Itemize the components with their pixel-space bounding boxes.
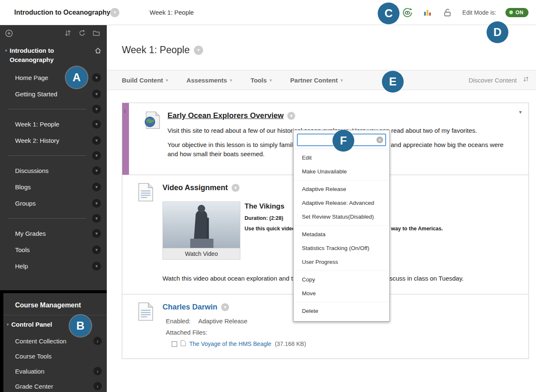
sidebar-item-grade-center[interactable]: Grade Center ›: [3, 379, 107, 392]
chevron-down-icon[interactable]: ▾: [92, 245, 101, 254]
menu-item-copy[interactable]: Copy: [294, 273, 389, 286]
sidebar-item-evaluation[interactable]: Evaluation ›: [3, 364, 107, 379]
menu-group: Copy Move: [294, 271, 389, 302]
document-icon: [137, 302, 157, 323]
menu-item-user-progress[interactable]: User Progress: [294, 255, 389, 269]
menu-item-move[interactable]: Move: [294, 286, 389, 300]
divider-line: [8, 218, 86, 219]
item-options-context-menu: ✕ Edit Make Unavailable Adaptive Release…: [293, 130, 390, 322]
discover-content-link[interactable]: Discover Content: [469, 77, 517, 84]
clear-search-icon[interactable]: ✕: [376, 137, 383, 143]
sidebar-item-getting-started[interactable]: Getting Started ▾: [0, 86, 107, 102]
video-thumbnail: Watch Video: [162, 201, 240, 260]
top-bar: Introduction to Oceanography ▾ Week 1: P…: [0, 0, 536, 25]
menu-item-delete[interactable]: Delete: [294, 304, 389, 318]
chevron-down-icon: ▾: [340, 78, 343, 83]
sidebar-item-tools[interactable]: Tools ▾: [0, 242, 107, 258]
menu-item-edit[interactable]: Edit: [294, 151, 389, 165]
sidebar-item-week-1-people[interactable]: Week 1: People ▾: [0, 116, 107, 132]
chevron-down-icon[interactable]: ▾: [232, 184, 240, 192]
control-panel-header[interactable]: ▾ Control Panel: [3, 315, 107, 333]
folder-view-icon[interactable]: [93, 28, 102, 38]
menu-item-adaptive-release[interactable]: Adaptive Release: [294, 182, 389, 196]
tools-button[interactable]: Tools ▾: [250, 77, 272, 84]
item-title-link[interactable]: Early Ocean Explorers Overview: [168, 111, 283, 120]
attached-file-link[interactable]: The Voyage of the HMS Beagle: [189, 340, 271, 347]
chevron-down-icon[interactable]: ▾: [92, 166, 101, 175]
chevron-right-icon[interactable]: ›: [93, 337, 102, 345]
sidebar-item-course-tools[interactable]: Course Tools: [3, 348, 107, 364]
sidebar-item-help[interactable]: Help ▾: [0, 258, 107, 274]
edit-mode-value: ON: [515, 10, 523, 15]
sidebar-divider: ▾: [0, 102, 107, 116]
home-icon[interactable]: [94, 47, 102, 56]
add-menu-item-icon[interactable]: [5, 28, 14, 38]
chevron-down-icon[interactable]: ▾: [92, 183, 101, 191]
menu-group: Edit Make Unavailable: [294, 149, 389, 180]
drag-handle-icon[interactable]: ↕: [124, 108, 126, 114]
course-management-panel: Course Management ▾ Control Panel Conten…: [0, 293, 107, 392]
chevron-down-icon[interactable]: ▾: [92, 199, 101, 208]
chevron-down-icon: ▾: [230, 78, 232, 83]
sidebar-item-label: Evaluation: [15, 368, 93, 375]
chevron-right-icon[interactable]: ›: [93, 382, 102, 390]
menu-group: Adaptive Release Adaptive Release: Advan…: [294, 180, 389, 225]
build-content-button[interactable]: Build Content ▾: [122, 77, 168, 84]
refresh-icon[interactable]: [78, 28, 88, 38]
sort-order-icon[interactable]: [523, 76, 529, 84]
menu-item-adaptive-release-advanced[interactable]: Adaptive Release: Advanced: [294, 196, 389, 210]
chevron-down-icon[interactable]: ▾: [287, 112, 295, 120]
enabled-value: Adaptive Release: [198, 317, 247, 325]
attached-file-row: The Voyage of the HMS Beagle (37.168 KB): [172, 340, 519, 348]
assessments-button[interactable]: Assessments ▾: [186, 77, 232, 84]
chevron-down-icon[interactable]: ▾: [221, 303, 229, 311]
chevron-down-icon[interactable]: ▾: [92, 136, 101, 145]
menu-item-metadata[interactable]: Metadata: [294, 227, 389, 241]
sidebar-item-groups[interactable]: Groups ▾: [0, 195, 107, 211]
partner-content-button[interactable]: Partner Content ▾: [290, 77, 343, 84]
unlocked-padlock-icon[interactable]: [442, 7, 453, 18]
enabled-label: Enabled:: [166, 317, 191, 325]
annotation-badge-a: A: [66, 67, 88, 88]
chevron-down-icon[interactable]: ▾: [92, 262, 101, 271]
file-checkbox[interactable]: [172, 341, 177, 347]
collapse-icon[interactable]: ▾: [519, 109, 522, 115]
sidebar-item-content-collection[interactable]: Content Collection ›: [3, 333, 107, 348]
chevron-down-icon[interactable]: ▾: [92, 229, 101, 238]
student-preview-icon[interactable]: [402, 7, 413, 18]
chevron-down-icon[interactable]: ▾: [92, 73, 101, 82]
collapse-triangle-icon[interactable]: ▾: [7, 322, 9, 327]
divider-line: [8, 109, 86, 109]
item-title-link[interactable]: Charles Darwin: [162, 303, 217, 312]
attached-file-size: (37.168 KB): [275, 340, 306, 347]
chevron-down-icon[interactable]: ▾: [92, 90, 101, 98]
statue-image: [163, 202, 240, 248]
sidebar-item-blogs[interactable]: Blogs ▾: [0, 179, 107, 195]
chevron-right-icon[interactable]: ›: [93, 367, 102, 375]
sidebar-item-home-page[interactable]: Home Page ▾: [0, 70, 107, 86]
menu-item-set-review-status[interactable]: Set Review Status(Disabled): [294, 210, 389, 224]
tools-label: Tools: [250, 77, 267, 84]
collapse-triangle-icon[interactable]: ▾: [5, 48, 7, 53]
sidebar-item-week-2-history[interactable]: Week 2: History ▾: [0, 132, 107, 149]
course-management-title: Course Management: [3, 293, 107, 315]
edit-mode-toggle[interactable]: ON: [505, 8, 528, 17]
sidebar-item-label: Tools: [15, 246, 92, 253]
partner-content-label: Partner Content: [290, 77, 338, 84]
menu-group: Delete: [294, 302, 389, 320]
chevron-down-icon[interactable]: ▾: [92, 120, 101, 129]
chevron-down-icon[interactable]: ▾: [92, 151, 101, 160]
page-title-text: Week 1: People: [122, 44, 190, 56]
theme-palette-icon[interactable]: [422, 7, 433, 18]
sidebar-item-discussions[interactable]: Discussions ▾: [0, 162, 107, 179]
chevron-down-icon[interactable]: ▾: [92, 214, 101, 223]
chevron-down-icon[interactable]: ▾: [110, 8, 119, 17]
watch-video-button[interactable]: Watch Video: [163, 248, 240, 259]
chevron-down-icon[interactable]: ▾: [194, 46, 203, 55]
reorder-icon[interactable]: [64, 28, 73, 38]
menu-item-make-unavailable[interactable]: Make Unavailable: [294, 165, 389, 178]
menu-item-statistics-tracking[interactable]: Statistics Tracking (On/Off): [294, 241, 389, 255]
chevron-down-icon[interactable]: ▾: [92, 105, 101, 113]
sidebar-item-label: Week 1: People: [15, 121, 92, 128]
sidebar-item-my-grades[interactable]: My Grades ▾: [0, 225, 107, 242]
